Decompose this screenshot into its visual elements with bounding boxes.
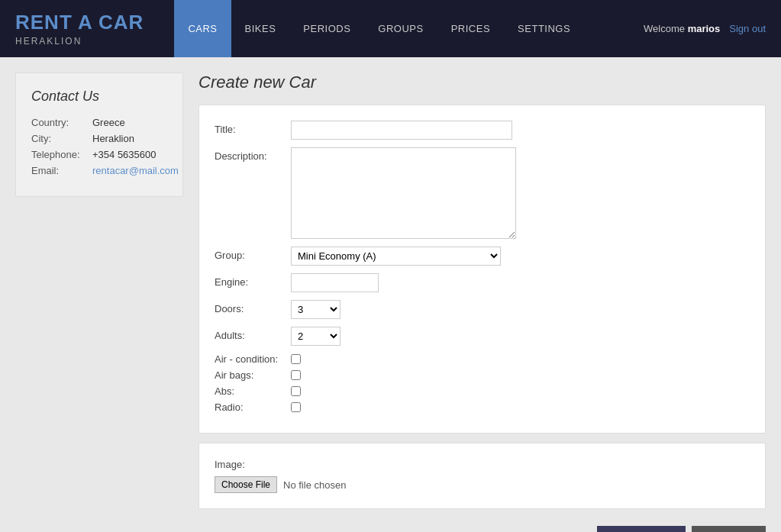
doors-select[interactable]: 2 3 4 5 [291, 300, 340, 319]
contact-row-email: Email: rentacar@mail.com [31, 165, 167, 176]
main-form-section: Title: Description: Group: Mini Economy … [198, 105, 766, 434]
air-bags-checkbox[interactable] [291, 370, 301, 380]
air-bags-row: Air bags: [215, 369, 750, 381]
air-condition-row: Air - condition: [215, 353, 750, 365]
contact-value-telephone: +354 5635600 [92, 149, 157, 160]
abs-row: Abs: [215, 385, 750, 397]
page-title: Create new Car [198, 73, 766, 92]
radio-checkbox[interactable] [291, 402, 301, 412]
doors-label: Doors: [215, 300, 291, 314]
engine-label: Engine: [215, 273, 291, 288]
logo-area: RENT A CAR HERAKLION [15, 11, 144, 47]
form-area: Create new Car Title: Description: Group… [198, 73, 766, 532]
group-select[interactable]: Mini Economy (A) Economy (B) Compact (C)… [291, 247, 501, 266]
title-label: Title: [215, 121, 291, 135]
contact-row-telephone: Telephone: +354 5635600 [31, 149, 167, 160]
no-file-text: No file chosen [283, 479, 346, 491]
air-bags-label: Air bags: [215, 369, 291, 381]
welcome-text: Welcome marios [644, 23, 720, 34]
nav-item-groups[interactable]: GROUPS [364, 0, 437, 57]
create-button[interactable]: CREATE [597, 526, 686, 532]
main-content: Contact Us Country: Greece City: Herakli… [0, 57, 781, 532]
contact-title: Contact Us [31, 89, 167, 105]
logo-subtitle: HERAKLION [15, 36, 144, 47]
contact-row-country: Country: Greece [31, 117, 167, 128]
button-row: CREATE RESET [198, 518, 766, 532]
nav-item-bikes[interactable]: BIKES [231, 0, 290, 57]
choose-file-button[interactable]: Choose File [215, 476, 277, 493]
description-row: Description: [215, 147, 750, 239]
contact-row-city: City: Heraklion [31, 133, 167, 144]
reset-button[interactable]: RESET [692, 526, 766, 532]
main-nav: CARS BIKES PERIODS GROUPS PRICES SETTING… [174, 0, 584, 57]
title-input[interactable] [291, 121, 512, 140]
doors-row: Doors: 2 3 4 5 [215, 300, 750, 319]
image-section: Image: Choose File No file chosen [198, 443, 766, 509]
adults-label: Adults: [215, 327, 291, 341]
adults-select[interactable]: 2 3 4 5 6 [291, 327, 340, 346]
abs-checkbox[interactable] [291, 386, 301, 396]
adults-row: Adults: 2 3 4 5 6 [215, 327, 750, 346]
contact-label-city: City: [31, 133, 92, 144]
contact-box: Contact Us Country: Greece City: Herakli… [15, 73, 183, 197]
description-textarea[interactable] [291, 147, 516, 239]
file-input-wrapper: Choose File No file chosen [215, 476, 750, 493]
header: RENT A CAR HERAKLION CARS BIKES PERIODS … [0, 0, 781, 57]
header-right: Welcome marios Sign out [644, 23, 766, 34]
group-label: Group: [215, 247, 291, 261]
signout-link[interactable]: Sign out [729, 23, 766, 34]
nav-item-prices[interactable]: PRICES [437, 0, 504, 57]
nav-item-cars[interactable]: CARS [174, 0, 231, 57]
logo-title: RENT A CAR [15, 11, 144, 34]
contact-email-link[interactable]: rentacar@mail.com [92, 165, 179, 176]
engine-row: Engine: [215, 273, 750, 292]
title-row: Title: [215, 121, 750, 140]
contact-label-email: Email: [31, 165, 92, 176]
nav-item-settings[interactable]: SETTINGS [504, 0, 584, 57]
username: marios [688, 23, 721, 34]
contact-value-country: Greece [92, 117, 125, 128]
nav-item-periods[interactable]: PERIODS [289, 0, 364, 57]
group-row: Group: Mini Economy (A) Economy (B) Comp… [215, 247, 750, 266]
contact-label-telephone: Telephone: [31, 149, 92, 160]
contact-value-city: Heraklion [92, 133, 134, 144]
description-label: Description: [215, 147, 291, 162]
radio-label: Radio: [215, 401, 291, 413]
sidebar: Contact Us Country: Greece City: Herakli… [15, 73, 183, 532]
radio-row: Radio: [215, 401, 750, 413]
air-condition-checkbox[interactable] [291, 354, 301, 364]
contact-label-country: Country: [31, 117, 92, 128]
image-label: Image: [215, 459, 750, 470]
abs-label: Abs: [215, 385, 291, 397]
air-condition-label: Air - condition: [215, 353, 291, 365]
engine-input[interactable] [291, 273, 379, 292]
